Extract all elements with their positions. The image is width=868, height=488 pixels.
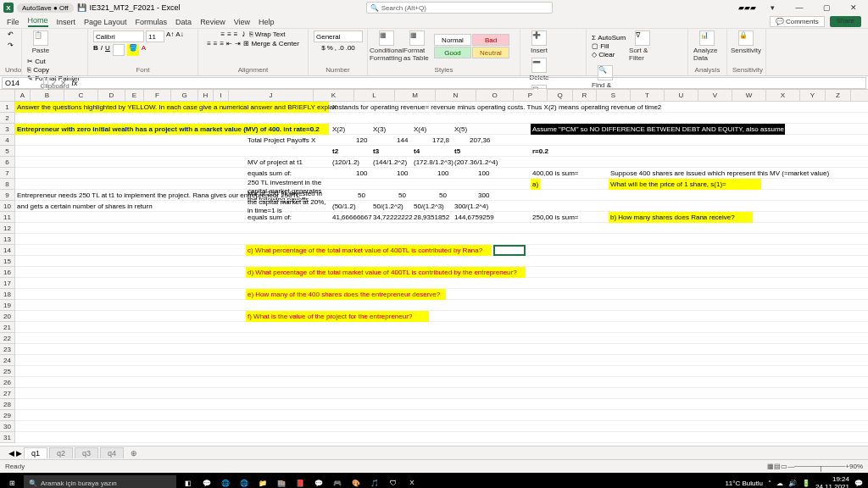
- new-sheet-button[interactable]: ⊕: [125, 448, 142, 458]
- account-icon[interactable]: ▰▰▰: [738, 3, 756, 12]
- sheet-tab-q3[interactable]: q3: [75, 447, 98, 458]
- tab-pagelayout[interactable]: Page Layout: [84, 18, 127, 26]
- ribbon-options-icon[interactable]: ▾: [761, 3, 783, 12]
- tray-chevron-icon[interactable]: ˄: [768, 480, 771, 487]
- tab-help[interactable]: Help: [259, 18, 275, 26]
- style-neutral[interactable]: Neutral: [472, 47, 509, 58]
- zoom-out-icon[interactable]: —: [787, 463, 794, 470]
- column-headers[interactable]: ABC DEF GHI JKL MNO PQR STU VWX YZ: [0, 90, 868, 102]
- clock-date[interactable]: 24.11.2021: [815, 483, 849, 488]
- align-bot-icon[interactable]: ≡: [234, 30, 238, 38]
- font-color-button[interactable]: A: [142, 44, 146, 56]
- autosum-button[interactable]: Σ AutoSum: [592, 34, 626, 42]
- view-layout-icon[interactable]: ▤: [774, 463, 781, 470]
- paste-button[interactable]: 📋Paste: [27, 30, 54, 54]
- grow-font-icon[interactable]: A↑: [166, 30, 174, 42]
- notifications-icon[interactable]: 💬: [854, 480, 863, 487]
- fill-color-button[interactable]: 🪣: [127, 44, 139, 56]
- start-button[interactable]: ⊞: [5, 476, 19, 488]
- percent-icon[interactable]: %: [327, 44, 333, 52]
- taskbar-app-11[interactable]: 🛡: [387, 476, 400, 488]
- tab-file[interactable]: File: [7, 18, 19, 26]
- tray-battery-icon[interactable]: 🔋: [802, 480, 810, 487]
- clock-time[interactable]: 19:24: [815, 475, 849, 483]
- style-good[interactable]: Good: [434, 47, 471, 58]
- taskbar-search[interactable]: 🔍 Aramak için buraya yazın: [24, 475, 176, 488]
- taskbar-app-4[interactable]: 📁: [256, 476, 270, 488]
- sheet-tab-q2[interactable]: q2: [49, 447, 73, 458]
- tab-insert[interactable]: Insert: [57, 18, 76, 26]
- align-top-icon[interactable]: ≡: [221, 30, 225, 38]
- merge-center-button[interactable]: ⊞ Merge & Center: [243, 40, 299, 47]
- tray-volume-icon[interactable]: 🔊: [788, 480, 797, 487]
- zoom-level[interactable]: 90%: [849, 463, 863, 470]
- name-box[interactable]: O14: [2, 77, 44, 89]
- indent-inc-icon[interactable]: ⇥: [235, 40, 241, 47]
- wrap-text-button[interactable]: ⎘ Wrap Text: [249, 30, 286, 38]
- style-normal[interactable]: Normal: [434, 34, 471, 46]
- shrink-font-icon[interactable]: A↓: [175, 30, 183, 42]
- search-box[interactable]: 🔍 Search (Alt+Q): [366, 2, 553, 14]
- taskbar-app-8[interactable]: 🎮: [331, 476, 344, 488]
- task-view-icon[interactable]: ◧: [181, 476, 195, 488]
- tab-view[interactable]: View: [234, 18, 250, 26]
- align-center-icon[interactable]: ≡: [214, 40, 218, 47]
- sensitivity-button[interactable]: 🔒Sensitivity: [732, 30, 760, 54]
- undo-icon[interactable]: ↶: [8, 30, 14, 38]
- taskbar-app-5[interactable]: 🏬: [275, 476, 288, 488]
- copy-button[interactable]: ⎘ Copy: [27, 66, 80, 74]
- format-as-table-button[interactable]: ▦Format as Table: [403, 30, 431, 62]
- autosave-toggle[interactable]: AutoSave ● Off: [17, 3, 74, 13]
- align-mid-icon[interactable]: ≡: [227, 30, 231, 38]
- weather-widget[interactable]: 11°C Bulutlu: [725, 480, 763, 487]
- underline-button[interactable]: U: [105, 44, 110, 56]
- comma-icon[interactable]: ,: [335, 44, 337, 52]
- taskbar-app-10[interactable]: 🎵: [368, 476, 381, 488]
- cut-button[interactable]: ✂ Cut: [27, 58, 80, 65]
- italic-button[interactable]: I: [101, 44, 103, 56]
- sheet-tab-q4[interactable]: q4: [100, 447, 124, 458]
- active-cell[interactable]: [493, 245, 526, 256]
- align-right-icon[interactable]: ≡: [220, 40, 224, 47]
- taskbar-excel[interactable]: X: [405, 476, 419, 488]
- tray-cloud-icon[interactable]: ☁: [776, 480, 783, 487]
- inc-dec-icon[interactable]: .0: [338, 44, 344, 52]
- view-normal-icon[interactable]: ▦: [767, 463, 774, 470]
- currency-icon[interactable]: $: [321, 44, 325, 52]
- taskbar-app-3[interactable]: 🌐: [237, 476, 251, 488]
- bold-button[interactable]: B: [93, 44, 98, 56]
- save-icon[interactable]: 💾: [77, 3, 86, 12]
- tab-review[interactable]: Review: [200, 18, 225, 26]
- comments-button[interactable]: 💬 Comments: [770, 16, 825, 27]
- taskbar-app-1[interactable]: 💬: [200, 476, 214, 488]
- conditional-formatting-button[interactable]: ▦Conditional Formatting: [373, 30, 400, 62]
- formula-bar[interactable]: ✓ ✕fx: [47, 77, 866, 89]
- tab-formulas[interactable]: Formulas: [136, 18, 168, 26]
- insert-cells-button[interactable]: ➕Insert: [526, 30, 553, 54]
- spreadsheet-cells[interactable]: 1 Answer the questions highlighted by YE…: [0, 102, 868, 443]
- taskbar-app-7[interactable]: 💬: [312, 476, 326, 488]
- taskbar-app-6[interactable]: 📕: [293, 476, 307, 488]
- number-format-select[interactable]: [314, 30, 363, 42]
- close-icon[interactable]: ✕: [843, 3, 865, 12]
- tab-home[interactable]: Home: [28, 16, 48, 27]
- share-button[interactable]: Share: [830, 16, 861, 27]
- style-bad[interactable]: Bad: [472, 34, 509, 46]
- orientation-icon[interactable]: ⤸: [241, 30, 247, 38]
- font-size-select[interactable]: [146, 30, 164, 42]
- redo-icon[interactable]: ↷: [8, 42, 14, 49]
- maximize-icon[interactable]: ▢: [815, 3, 837, 12]
- sheet-tab-q1[interactable]: q1: [24, 447, 47, 458]
- taskbar-app-9[interactable]: 🎨: [349, 476, 363, 488]
- taskbar-app-2[interactable]: 🌐: [219, 476, 232, 488]
- minimize-icon[interactable]: —: [788, 3, 810, 12]
- analyze-data-button[interactable]: 📊Analyze Data: [693, 30, 721, 62]
- fill-button[interactable]: ▢ Fill: [592, 42, 626, 50]
- clear-button[interactable]: ◇ Clear: [592, 51, 626, 58]
- sheet-nav-prev[interactable]: ◀: [8, 449, 14, 458]
- sheet-nav-next[interactable]: ▶: [16, 449, 22, 458]
- dec-dec-icon[interactable]: .00: [346, 44, 355, 52]
- align-left-icon[interactable]: ≡: [207, 40, 211, 47]
- sort-filter-button[interactable]: ᐁSort & Filter: [629, 30, 656, 62]
- tab-data[interactable]: Data: [175, 18, 192, 26]
